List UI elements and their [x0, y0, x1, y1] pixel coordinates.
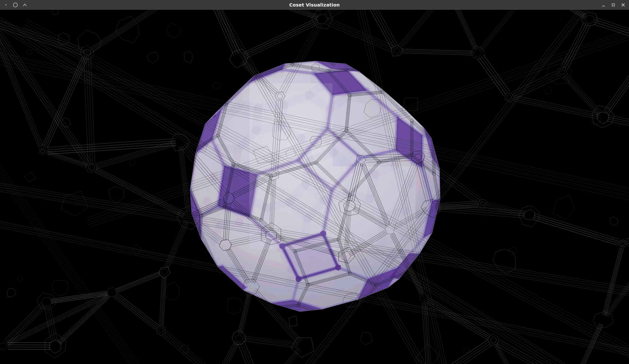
minimize-button[interactable] [599, 1, 608, 9]
viewport [0, 10, 629, 364]
titlebar: Coset Visualization [0, 0, 629, 10]
close-button[interactable] [619, 1, 628, 9]
visualization-canvas[interactable] [0, 10, 629, 364]
window-title: Coset Visualization [0, 0, 629, 10]
app-window: Coset Visualization [0, 0, 629, 364]
window-controls [599, 0, 628, 10]
maximize-button[interactable] [609, 1, 618, 9]
